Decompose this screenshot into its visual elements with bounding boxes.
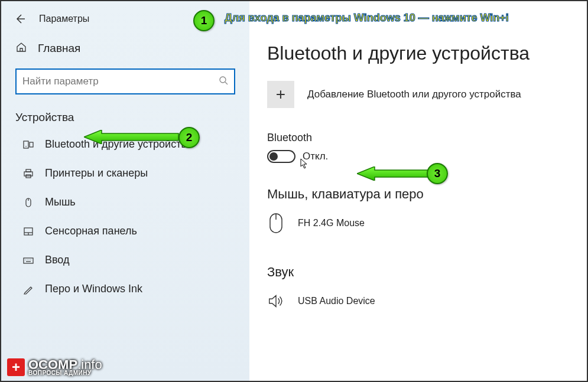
home-icon [15, 41, 27, 55]
pen-icon [22, 283, 34, 295]
category-devices: Устройства [1, 100, 249, 130]
search-input[interactable] [22, 76, 219, 87]
touchpad-icon [22, 226, 34, 237]
svg-point-17 [30, 259, 31, 260]
svg-point-15 [27, 259, 27, 260]
nav-pen[interactable]: Перо и Windows Ink [1, 275, 249, 303]
mouse-device-row[interactable]: FH 2.4G Mouse [267, 211, 569, 235]
printer-icon [22, 168, 34, 179]
add-device-label: Добавление Bluetooth или другого устройс… [307, 89, 521, 100]
nav-item-label: Мышь [45, 196, 76, 208]
nav-item-label: Перо и Windows Ink [45, 283, 142, 295]
nav-item-label: Ввод [45, 254, 69, 266]
page-title: Bluetooth и другие устройства [267, 43, 569, 64]
add-device-button[interactable]: + Добавление Bluetooth или другого устро… [267, 81, 569, 108]
watermark-text: OCOMP.info ВОПРОСЫ АДМИНУ [28, 359, 102, 376]
svg-rect-5 [24, 172, 33, 176]
speaker-icon [267, 289, 285, 313]
watermark: + OCOMP.info ВОПРОСЫ АДМИНУ [7, 358, 102, 376]
bluetooth-toggle-row: Откл. [267, 150, 569, 163]
app-title: Параметры [39, 14, 89, 24]
main-content: Bluetooth и другие устройства + Добавлен… [249, 1, 587, 381]
annotation-hint: Для входа в параметры Windows 10 — нажми… [225, 12, 509, 24]
annotation-badge-1: 1 [193, 10, 215, 31]
svg-point-4 [25, 146, 27, 147]
watermark-sub: ВОПРОСЫ АДМИНУ [28, 370, 102, 376]
annotation-badge-3: 3 [427, 163, 448, 184]
watermark-plus-icon: + [7, 358, 25, 376]
mouse-device-icon [267, 211, 285, 235]
home-nav[interactable]: Главная [1, 32, 249, 65]
annotation-arrow-2 [84, 130, 181, 144]
search-icon [219, 76, 228, 87]
nav-item-label: Принтеры и сканеры [45, 167, 148, 179]
nav-typing[interactable]: Ввод [1, 246, 249, 275]
nav-item-label: Сенсорная панель [45, 225, 137, 237]
toggle-knob [269, 152, 278, 161]
plus-icon: + [267, 81, 294, 108]
search-box[interactable] [15, 68, 235, 94]
bluetooth-toggle[interactable] [267, 150, 295, 163]
annotation-badge-2: 2 [178, 127, 200, 148]
svg-point-16 [28, 259, 29, 260]
nav-printers[interactable]: Принтеры и сканеры [1, 159, 249, 188]
svg-rect-13 [24, 258, 33, 263]
back-button[interactable] [13, 12, 27, 26]
home-label: Главная [38, 42, 80, 55]
annotation-arrow-3 [357, 166, 431, 181]
svg-rect-2 [24, 141, 28, 148]
bluetooth-section-label: Bluetooth [267, 132, 569, 144]
svg-rect-6 [26, 169, 31, 172]
nav-touchpad[interactable]: Сенсорная панель [1, 217, 249, 246]
search-container [15, 68, 235, 94]
sound-device-row[interactable]: USB Audio Device [267, 289, 569, 313]
mouse-icon [22, 197, 34, 208]
mouse-section-title: Мышь, клавиатура и перо [267, 187, 569, 202]
keyboard-icon [22, 254, 34, 266]
nav-mouse[interactable]: Мышь [1, 188, 249, 217]
svg-line-1 [225, 82, 228, 84]
devices-icon [22, 139, 34, 151]
mouse-device-name: FH 2.4G Mouse [298, 218, 365, 228]
svg-point-0 [220, 77, 226, 83]
svg-point-14 [25, 259, 25, 260]
sound-device-name: USB Audio Device [298, 296, 375, 306]
sound-section-title: Звук [267, 265, 569, 280]
back-arrow-icon [14, 13, 26, 25]
cursor-icon [300, 158, 308, 171]
svg-rect-3 [30, 142, 33, 147]
sidebar: Параметры Главная Устройства Bluetooth и… [1, 1, 249, 381]
